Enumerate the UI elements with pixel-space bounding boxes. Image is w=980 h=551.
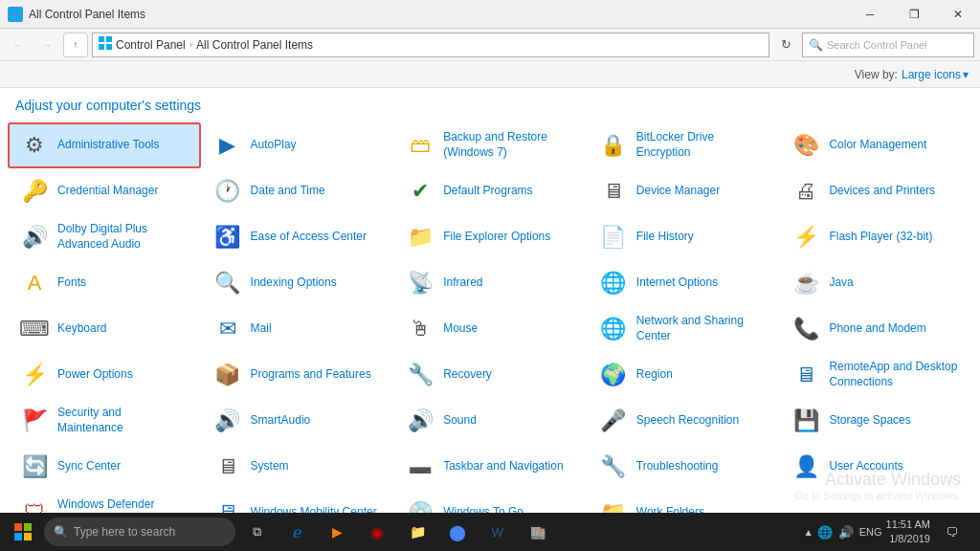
cp-item-power-options[interactable]: ⚡ Power Options xyxy=(8,352,201,398)
tray-clock[interactable]: 11:51 AM 1/8/2019 xyxy=(886,518,930,547)
vlc-icon[interactable]: ▶ xyxy=(318,513,356,551)
cp-item-security-maintenance[interactable]: 🚩 Security and Maintenance xyxy=(8,398,201,444)
items-grid: ⚙ Administrative Tools ▶ AutoPlay 🗃 Back… xyxy=(0,119,980,513)
cp-item-system[interactable]: 🖥 System xyxy=(201,444,394,490)
tray-icons: 🌐 🔊 ENG xyxy=(817,525,882,540)
cp-item-windows-defender[interactable]: 🛡 Windows Defender Firewall xyxy=(8,490,201,513)
svg-rect-5 xyxy=(106,36,112,42)
store-icon[interactable]: 🏬 xyxy=(519,513,557,551)
task-view-button[interactable]: ⧉ xyxy=(237,513,276,551)
tray-up-icon[interactable]: ▲ xyxy=(804,527,813,538)
cp-item-dolby[interactable]: 🔊 Dolby Digital Plus Advanced Audio xyxy=(8,214,201,260)
cp-item-java[interactable]: ☕ Java xyxy=(779,260,972,306)
cp-icon-file-history: 📄 xyxy=(598,222,629,253)
cp-icon-autoplay: ▶ xyxy=(212,130,243,161)
restore-button[interactable]: ❐ xyxy=(892,0,936,29)
breadcrumb-part2: All Control Panel Items xyxy=(196,38,313,52)
chrome-icon[interactable]: ⬤ xyxy=(438,513,477,551)
taskbar-search[interactable]: 🔍 Type here to search xyxy=(44,518,235,546)
cp-label-windows-to-go: Windows To Go xyxy=(443,505,523,513)
cp-item-bitlocker[interactable]: 🔒 BitLocker Drive Encryption xyxy=(587,122,780,168)
cp-icon-remoteapp: 🖥 xyxy=(791,360,821,390)
cp-item-troubleshooting[interactable]: 🔧 Troubleshooting xyxy=(587,444,780,490)
cp-item-file-explorer-options[interactable]: 📁 File Explorer Options xyxy=(393,214,587,260)
notification-button[interactable]: 🗨 xyxy=(934,513,969,551)
cp-item-region[interactable]: 🌍 Region xyxy=(587,352,780,398)
cp-label-taskbar-navigation: Taskbar and Navigation xyxy=(443,459,563,474)
close-button[interactable]: ✕ xyxy=(936,0,980,29)
cp-item-work-folders[interactable]: 📁 Work Folders xyxy=(587,490,780,513)
cp-item-remoteapp[interactable]: 🖥 RemoteApp and Desktop Connections xyxy=(779,352,972,398)
cp-item-backup-restore[interactable]: 🗃 Backup and Restore (Windows 7) xyxy=(393,122,587,168)
cp-label-power-options: Power Options xyxy=(57,367,133,383)
cp-item-date-time[interactable]: 🕐 Date and Time xyxy=(201,168,394,214)
cp-item-administrative-tools[interactable]: ⚙ Administrative Tools xyxy=(8,122,201,168)
up-button[interactable]: ↑ xyxy=(63,33,88,57)
cp-item-internet-options[interactable]: 🌐 Internet Options xyxy=(587,260,780,306)
cp-label-color-management: Color Management xyxy=(829,138,926,153)
cp-item-ease-access[interactable]: ♿ Ease of Access Center xyxy=(201,214,394,260)
view-by-value[interactable]: Large icons ▾ xyxy=(902,68,969,81)
cp-item-keyboard[interactable]: ⌨ Keyboard xyxy=(8,306,201,352)
edge-icon[interactable]: ℯ xyxy=(278,513,316,551)
cp-item-credential-manager[interactable]: 🔑 Credential Manager xyxy=(8,168,201,214)
back-button[interactable]: ← xyxy=(6,33,31,57)
network-tray-icon[interactable]: 🌐 xyxy=(817,525,833,540)
cp-item-fonts[interactable]: A Fonts xyxy=(8,260,201,306)
cp-item-sound[interactable]: 🔊 Sound xyxy=(393,398,587,444)
cp-item-mail[interactable]: ✉ Mail xyxy=(201,306,394,352)
cp-item-user-accounts[interactable]: 👤 User Accounts xyxy=(779,444,972,490)
cp-label-indexing-options: Indexing Options xyxy=(251,276,337,291)
cp-item-windows-to-go[interactable]: 💿 Windows To Go xyxy=(393,490,587,513)
breadcrumb-icon xyxy=(99,36,112,53)
cp-item-network-sharing[interactable]: 🌐 Network and Sharing Center xyxy=(587,306,780,352)
window-title: All Control Panel Items xyxy=(29,8,145,21)
cp-item-file-history[interactable]: 📄 File History xyxy=(587,214,780,260)
cp-icon-speech-recognition: 🎤 xyxy=(598,406,629,436)
minimize-button[interactable]: ─ xyxy=(848,0,892,29)
search-box[interactable]: 🔍 Search Control Panel xyxy=(802,33,974,57)
cp-item-mouse[interactable]: 🖱 Mouse xyxy=(393,306,587,352)
refresh-button[interactable]: ↻ xyxy=(773,33,798,57)
cp-item-recovery[interactable]: 🔧 Recovery xyxy=(393,352,587,398)
cp-icon-default-programs: ✔ xyxy=(405,176,435,207)
cp-label-autoplay: AutoPlay xyxy=(251,138,297,153)
cp-icon-programs-features: 📦 xyxy=(212,360,243,390)
toolbar-strip: View by: Large icons ▾ xyxy=(0,61,980,88)
cp-icon-windows-to-go: 💿 xyxy=(405,497,435,513)
cp-item-color-management[interactable]: 🎨 Color Management xyxy=(779,122,972,168)
cp-item-smartaudio[interactable]: 🔊 SmartAudio xyxy=(201,398,394,444)
taskbar-search-text: Type here to search xyxy=(74,525,175,539)
cp-item-sync-center[interactable]: 🔄 Sync Center xyxy=(8,444,201,490)
cp-item-flash-player[interactable]: ⚡ Flash Player (32-bit) xyxy=(779,214,972,260)
cp-item-device-manager[interactable]: 🖥 Device Manager xyxy=(587,168,780,214)
cp-item-devices-printers[interactable]: 🖨 Devices and Printers xyxy=(779,168,972,214)
word-icon[interactable]: W xyxy=(479,513,517,551)
svg-rect-4 xyxy=(99,36,104,42)
cancel-icon[interactable]: ◉ xyxy=(358,513,396,551)
svg-rect-9 xyxy=(24,523,32,531)
cp-icon-security-maintenance: 🚩 xyxy=(19,406,50,436)
cp-item-infrared[interactable]: 📡 Infrared xyxy=(393,260,587,306)
folder-icon[interactable]: 📁 xyxy=(398,513,436,551)
cp-item-programs-features[interactable]: 📦 Programs and Features xyxy=(201,352,394,398)
cp-item-default-programs[interactable]: ✔ Default Programs xyxy=(393,168,587,214)
forward-button[interactable]: → xyxy=(34,33,59,57)
cp-item-storage-spaces[interactable]: 💾 Storage Spaces xyxy=(779,398,972,444)
cp-item-phone-modem[interactable]: 📞 Phone and Modem xyxy=(779,306,972,352)
cp-item-autoplay[interactable]: ▶ AutoPlay xyxy=(201,122,394,168)
cp-item-speech-recognition[interactable]: 🎤 Speech Recognition xyxy=(587,398,780,444)
language-tray[interactable]: ENG xyxy=(859,526,882,538)
cp-label-fonts: Fonts xyxy=(57,276,86,291)
svg-rect-3 xyxy=(16,15,22,21)
speaker-tray-icon[interactable]: 🔊 xyxy=(838,525,854,540)
cp-item-taskbar-navigation[interactable]: ▬ Taskbar and Navigation xyxy=(393,444,587,490)
cp-icon-taskbar-navigation: ▬ xyxy=(405,452,435,482)
cp-label-windows-defender: Windows Defender Firewall xyxy=(57,497,189,513)
start-button[interactable] xyxy=(4,513,42,551)
cp-item-indexing-options[interactable]: 🔍 Indexing Options xyxy=(201,260,394,306)
cp-label-system: System xyxy=(251,459,289,474)
address-box[interactable]: Control Panel › All Control Panel Items xyxy=(92,33,769,57)
cp-item-windows-mobility[interactable]: 🖥 Windows Mobility Center xyxy=(201,490,394,513)
cp-label-windows-mobility: Windows Mobility Center xyxy=(251,505,377,513)
